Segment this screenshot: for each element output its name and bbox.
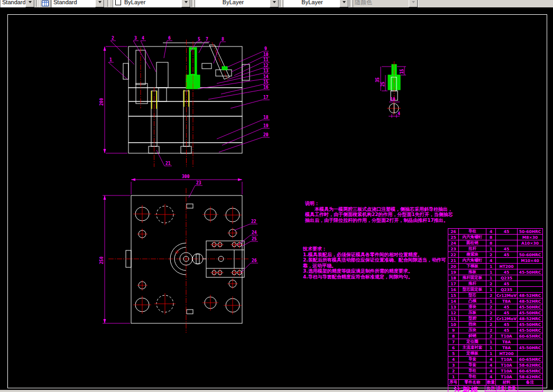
svg-text:25: 25 [381, 81, 385, 87]
plan-plate [131, 195, 242, 323]
bom-row: 7定位圈1T8A [448, 339, 543, 345]
callout-leader [208, 90, 270, 99]
svg-text:200: 200 [99, 98, 104, 106]
bom-row: 16型芯固定板1Q235 [448, 287, 543, 293]
dim-style-combo[interactable]: Standard [0, 0, 35, 7]
plan-dim-300: 300 [131, 174, 242, 194]
lineweight-control-value: ByLayer [283, 0, 339, 5]
note-line: 抽出后，由于限位拉杆的作用，分型面2打开，制品由推杆17推出。 [305, 218, 453, 223]
plot-style-value: 随颜色 [353, 0, 409, 6]
bom-row: 23拉杆145 [448, 246, 543, 252]
technical-requirement-notes: 技术要求：1.模具装配后，必须保证模具各零件间的相对位置精度。2.装配后所有模具… [303, 246, 446, 279]
toolbar-separator [280, 0, 282, 7]
bom-row: 3导套4T10A58-62HRC [448, 362, 543, 368]
dropdown-arrow-icon[interactable] [270, 0, 279, 7]
table-style-icon [42, 1, 49, 6]
color-control-combo[interactable]: ByLayer [113, 0, 191, 7]
callout-leader [234, 224, 257, 230]
mass-label: 质量 [496, 386, 506, 391]
table-style-button[interactable] [39, 0, 51, 7]
bom-row: 24圆柱销8A10×30 [448, 240, 543, 246]
plan-dim-250: 250 [99, 195, 130, 323]
callout-leader [217, 120, 270, 139]
note-line: 说明： [305, 201, 453, 207]
callout-leader [198, 79, 270, 89]
color-swatch [115, 0, 121, 5]
scale-label: 比例 [485, 386, 496, 391]
note-line: 靠，运动平稳。 [303, 263, 446, 269]
top-toolbar: Standard Standard ByLayer ByLayer ByLaye… [0, 0, 553, 7]
side-core-block [216, 70, 232, 76]
note-line: 模具工作时，由于侧面楔紧机构22的作用，分型面1先打开，当侧抽芯 [305, 212, 453, 218]
callout-number: 1 [109, 58, 112, 62]
bom-header-row: 序号零件名称数量材料备注 [448, 380, 543, 386]
linetype-control-combo[interactable]: ByLayer [195, 0, 279, 7]
callout-leader [110, 41, 134, 64]
bom-row: 15型芯2Cr12MoV48-52HRC [448, 293, 543, 298]
dropdown-arrow-icon[interactable] [95, 0, 104, 7]
text-style-combo[interactable]: Standard [51, 0, 105, 7]
section-view: 200 [99, 40, 250, 167]
svg-text:250: 250 [99, 256, 104, 264]
detail-view: 35 25 15 10 4 [375, 61, 406, 118]
qty-label: 数量 [506, 386, 519, 391]
plot-style-combo: 随颜色 [353, 0, 418, 7]
svg-text:35: 35 [375, 77, 380, 82]
bom-table: 26导柱44550-60HRC25内六角螺钉8M8×3024圆柱销8A10×30… [448, 228, 543, 386]
bom-row: 21内六角螺钉4M10×40 [448, 258, 543, 264]
bom-table-body: 26导柱44550-60HRC25内六角螺钉8M8×3024圆柱销8A10×30… [448, 229, 543, 386]
callout-number: 7 [206, 37, 208, 42]
callout-number: 13 [263, 69, 269, 73]
svg-text:10: 10 [390, 97, 395, 102]
bom-row: 9压块24545-50HRC [448, 328, 543, 333]
bom-row: 4导套4T10A60-65HRC [448, 357, 543, 362]
cad-application: { "toolbar": { "dim_style": "Standard", … [0, 0, 553, 392]
callout-number: 24 [252, 230, 257, 235]
callout-number: 16 [263, 85, 269, 90]
dropdown-arrow-icon [409, 0, 418, 7]
bom-row: 11型腔2Cr12MoV48-52HRC [448, 316, 543, 322]
note-line: 3.选用模架的精度等级应满足制件所需的精度要求。 [303, 268, 446, 274]
callout-number: 25 [252, 237, 257, 241]
note-line: 2.装配后所有模具活动部位应保证位置准确、配合间隙适当，动作可 [303, 257, 446, 263]
callout-number: 21 [165, 161, 171, 166]
note-line: 技术要求： [303, 246, 446, 252]
callout-number: 9 [264, 46, 267, 51]
svg-text:4: 4 [398, 111, 400, 116]
bom-row: 17推杆245 [448, 281, 543, 287]
bom-row: 19推板14545-50HRC [448, 269, 543, 275]
callout-number: 2 [112, 36, 114, 41]
bom-row: 10挡块24545-50HRC [448, 322, 543, 328]
callout-number: 22 [251, 219, 256, 224]
callout-leader [219, 137, 270, 152]
callout-number: 6 [168, 36, 171, 41]
note-line: 4.导柱与导套配合精度应符合标准规定，间隙均匀。 [303, 274, 446, 280]
drawing-canvas[interactable]: 200 35 25 15 10 4 [0, 7, 553, 390]
description-notes: 说明： 本模具为一模两腔三板式点浇口注塑模，侧抽芯采用斜导柱抽出，模具工作时，由… [305, 201, 453, 223]
bom-row: 20下模板1HT200 [448, 264, 543, 269]
toolbar-separator [36, 0, 38, 7]
title-block: 注塑模 比例 质量 数量 1:2 共1张 [448, 386, 543, 392]
spring-lower [159, 88, 167, 101]
bom-row: 26导柱44550-60HRC [448, 229, 543, 235]
dropdown-arrow-icon[interactable] [339, 0, 348, 7]
plan-view: 300 250 [99, 174, 248, 333]
bom-row: 13滑块24545-50HRC [448, 304, 543, 310]
callout-number: 14 [263, 74, 269, 79]
text-style-value: Standard [52, 0, 95, 5]
dropdown-arrow-icon[interactable] [25, 0, 34, 7]
bom-row: 18推杆固定板1Q235 [448, 275, 543, 281]
callout-number: 18 [263, 115, 269, 120]
bom-row: 25内六角螺钉8M8×30 [448, 235, 543, 240]
svg-text:300: 300 [182, 174, 190, 179]
callout-number: 15 [263, 80, 269, 85]
bom-row: 12压板24545-50HRC [448, 310, 543, 316]
dropdown-arrow-icon[interactable] [181, 0, 190, 7]
callout-number: 10 [263, 52, 269, 57]
callout-leader [141, 41, 156, 72]
toolbar-separator [107, 0, 109, 7]
callout-leader [231, 100, 270, 108]
lineweight-control-combo[interactable]: ByLayer [283, 0, 349, 7]
callout-number: 4 [142, 36, 144, 41]
bom-row: 2导柱4T10A60-65HRC [448, 368, 543, 374]
